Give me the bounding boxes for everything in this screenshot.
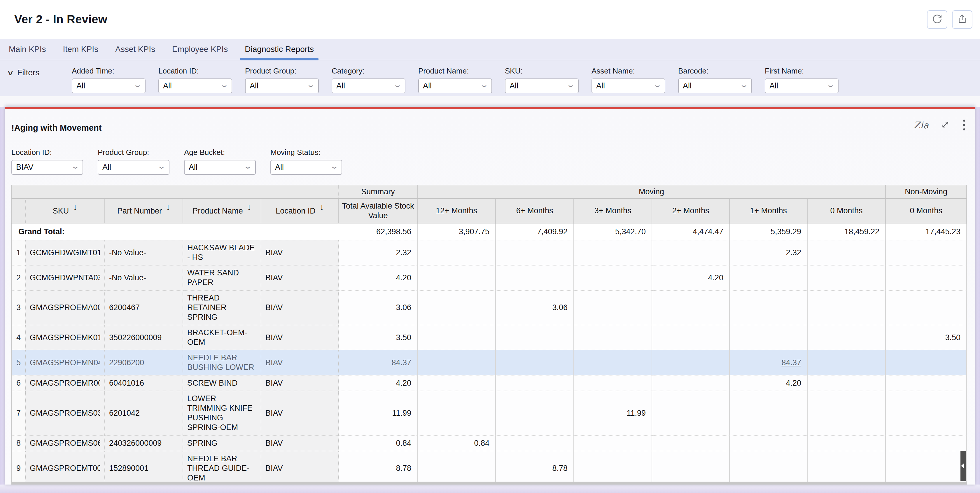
cell-sku[interactable]: GMAGSPROEMS035 — [25, 391, 105, 435]
cell-value[interactable] — [807, 350, 886, 375]
cell-value[interactable] — [652, 451, 729, 482]
cell-value[interactable] — [729, 451, 807, 482]
filter-select[interactable]: All⌄ — [505, 78, 579, 93]
tab-main-kpis[interactable]: Main KPIs — [4, 39, 51, 60]
filter-select[interactable]: All⌄ — [270, 160, 342, 175]
cell-value[interactable]: 3.50 — [339, 325, 417, 350]
cell-value[interactable] — [652, 290, 729, 325]
cell-value[interactable] — [417, 265, 496, 290]
cell-value[interactable] — [886, 265, 967, 290]
cell-location-id[interactable]: BIAV — [261, 375, 339, 391]
cell-value[interactable]: 4.20 — [339, 265, 417, 290]
cell-value[interactable]: 4.20 — [339, 375, 417, 391]
cell-value[interactable] — [496, 375, 574, 391]
cell-value[interactable] — [886, 350, 967, 375]
column-header[interactable]: 3+ Months — [574, 198, 652, 223]
cell-value[interactable] — [729, 265, 807, 290]
cell-value[interactable] — [574, 240, 652, 265]
cell-value[interactable] — [807, 435, 886, 451]
export-button[interactable] — [952, 10, 972, 29]
cell-sku[interactable]: GMAGSPROEMR00 — [25, 375, 105, 391]
filter-select[interactable]: BIAV⌄ — [11, 160, 83, 175]
cell-value[interactable] — [652, 435, 729, 451]
cell-part-number[interactable]: -No Value- — [105, 265, 183, 290]
filter-select[interactable]: All⌄ — [98, 160, 169, 175]
cell-product-name[interactable]: LOWER TRIMMING KNIFE PUSHING SPRING-OEM — [183, 391, 261, 435]
cell-product-name[interactable]: THREAD RETAINER SPRING — [183, 290, 261, 325]
cell-value[interactable] — [807, 375, 886, 391]
cell-value[interactable] — [574, 435, 652, 451]
cell-value[interactable] — [807, 265, 886, 290]
cell-value[interactable] — [729, 391, 807, 435]
horizontal-scrollbar[interactable] — [11, 482, 967, 485]
tab-item-kpis[interactable]: Item KPIs — [58, 39, 103, 60]
cell-location-id[interactable]: BIAV — [261, 240, 339, 265]
cell-value[interactable] — [886, 240, 967, 265]
cell-part-number[interactable]: 6200467 — [105, 290, 183, 325]
cell-value[interactable] — [886, 391, 967, 435]
cell-value[interactable] — [417, 375, 496, 391]
cell-part-number[interactable]: 152890001 — [105, 451, 183, 482]
cell-value[interactable]: 4.20 — [652, 265, 729, 290]
cell-sku[interactable]: GMAGSPROEMT000 — [25, 451, 105, 482]
more-options-button[interactable] — [962, 118, 966, 132]
cell-value[interactable] — [807, 290, 886, 325]
cell-location-id[interactable]: BIAV — [261, 391, 339, 435]
cell-value[interactable] — [652, 325, 729, 350]
cell-value[interactable] — [652, 375, 729, 391]
cell-value[interactable]: 3.06 — [496, 290, 574, 325]
cell-value[interactable] — [574, 451, 652, 482]
column-header[interactable]: Location ID↓ — [261, 198, 339, 223]
filter-select[interactable]: All⌄ — [332, 78, 406, 93]
tab-diagnostic-reports[interactable]: Diagnostic Reports — [240, 39, 318, 60]
filter-select[interactable]: All⌄ — [245, 78, 319, 93]
column-header[interactable]: 0 Months — [807, 198, 886, 223]
cell-value[interactable]: 3.50 — [886, 325, 967, 350]
cell-value[interactable] — [417, 290, 496, 325]
tab-employee-kpis[interactable]: Employee KPIs — [167, 39, 232, 60]
cell-value[interactable]: 11.99 — [339, 391, 417, 435]
filter-select[interactable]: All⌄ — [72, 78, 146, 93]
cell-value[interactable]: 0.84 — [339, 435, 417, 451]
cell-product-name[interactable]: SCREW BIND — [183, 375, 261, 391]
cell-value[interactable]: 4.20 — [729, 375, 807, 391]
cell-value[interactable] — [807, 325, 886, 350]
filter-select[interactable]: All⌄ — [158, 78, 232, 93]
column-header[interactable]: Total Available Stock Value — [339, 198, 417, 223]
column-header[interactable]: 12+ Months — [417, 198, 496, 223]
cell-value[interactable] — [574, 375, 652, 391]
cell-location-id[interactable]: BIAV — [261, 435, 339, 451]
cell-value[interactable] — [886, 375, 967, 391]
filter-select[interactable]: All⌄ — [418, 78, 492, 93]
cell-value[interactable] — [417, 350, 496, 375]
cell-part-number[interactable]: 60401016 — [105, 375, 183, 391]
cell-value[interactable]: 84.37 — [729, 350, 807, 375]
cell-sku[interactable]: GMAGSPROEMA00 — [25, 290, 105, 325]
filter-select[interactable]: All⌄ — [765, 78, 838, 93]
cell-value[interactable]: 3.06 — [339, 290, 417, 325]
filters-toggle[interactable]: ∨ Filters — [8, 68, 72, 77]
cell-value[interactable] — [886, 435, 967, 451]
cell-sku[interactable]: GCMGHDWPNTA03 — [25, 265, 105, 290]
cell-sku[interactable]: GMAGSPROEMS065 — [25, 435, 105, 451]
cell-value[interactable] — [417, 325, 496, 350]
cell-value[interactable]: 8.78 — [496, 451, 574, 482]
cell-value[interactable] — [496, 391, 574, 435]
cell-value[interactable] — [807, 240, 886, 265]
cell-product-name[interactable]: NEEDLE BAR THREAD GUIDE-OEM — [183, 451, 261, 482]
cell-product-name[interactable]: HACKSAW BLADE - HS — [183, 240, 261, 265]
cell-location-id[interactable]: BIAV — [261, 325, 339, 350]
zia-assistant-button[interactable]: Zia — [913, 119, 929, 131]
cell-product-name[interactable]: NEEDLE BAR BUSHING LOWER — [183, 350, 261, 375]
cell-value[interactable] — [729, 290, 807, 325]
cell-value[interactable] — [574, 265, 652, 290]
cell-value[interactable]: 11.99 — [574, 391, 652, 435]
tab-asset-kpis[interactable]: Asset KPIs — [111, 39, 160, 60]
cell-value[interactable] — [496, 435, 574, 451]
cell-sku[interactable]: GMAGSPROEMK01 — [25, 325, 105, 350]
cell-location-id[interactable]: BIAV — [261, 290, 339, 325]
cell-value[interactable] — [652, 240, 729, 265]
cell-product-name[interactable]: WATER SAND PAPER — [183, 265, 261, 290]
cell-value[interactable] — [496, 350, 574, 375]
cell-sku[interactable]: GMAGSPROEMN04 — [25, 350, 105, 375]
